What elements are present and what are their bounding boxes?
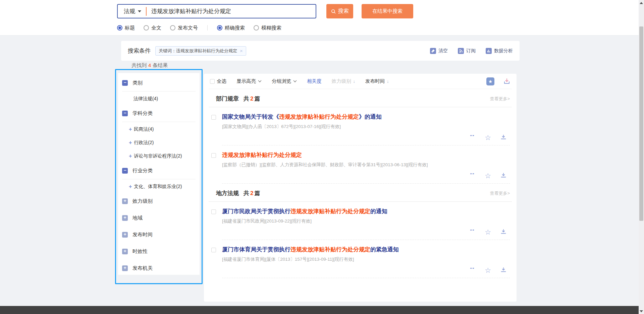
result-actions: “☆ — [222, 133, 510, 142]
cite-quote-icon[interactable]: “ — [470, 230, 475, 234]
result-title-link[interactable]: 违规发放津贴补贴行为处分规定 — [222, 151, 510, 159]
search-in-results-button[interactable]: 在结果中搜索 — [362, 4, 413, 18]
group-count-prefix: 共 — [244, 95, 249, 103]
sidebar-section-header[interactable]: +发布机关 — [122, 260, 196, 276]
result-summary: 共找到4条结果 — [131, 62, 168, 69]
expand-plus-icon[interactable]: + — [122, 265, 128, 271]
expand-plus-icon[interactable]: + — [129, 140, 132, 145]
category-select[interactable]: 法规 — [118, 7, 146, 15]
download-icon[interactable] — [500, 173, 506, 179]
expand-plus-icon[interactable]: + — [129, 153, 132, 159]
icon-glyph: + — [123, 232, 126, 237]
result-meta: [福建省厦门市民政局][2013-09-22][现行有效] — [222, 218, 510, 224]
download-icon[interactable] — [500, 134, 506, 140]
result-groups: 部门规章共2篇查看更多>国家文物局关于转发《违规发放津贴补贴行为处分规定》的通知… — [209, 89, 512, 278]
result-item: 违规发放津贴补贴行为处分规定[监察部（已撤销）][监察部、人力资源和社会保障部、… — [209, 145, 512, 184]
keyword-tag[interactable]: 关键词：违规发放津贴补贴行为处分规定 × — [155, 46, 246, 56]
expand-plus-icon[interactable]: + — [122, 249, 128, 254]
result-checkbox[interactable] — [211, 153, 216, 158]
expand-plus-icon[interactable]: + — [122, 198, 128, 204]
download-icon — [500, 229, 506, 235]
scroll-up-arrow-icon[interactable] — [640, 2, 643, 4]
sort-effect-level[interactable]: 效力级别 ↓ — [332, 78, 356, 84]
result-title-link[interactable]: 厦门市体育局关于贯彻执行违规发放津贴补贴行为处分规定的紧急通知 — [222, 246, 510, 253]
radio-indicator — [170, 25, 175, 30]
download-all-button[interactable] — [503, 78, 511, 85]
condition-action-clear-broom[interactable]: 清空 — [430, 48, 448, 54]
radio-option[interactable]: 精确搜索 — [217, 25, 245, 31]
sidebar-filter-item[interactable]: 法律法规(4) — [122, 92, 196, 106]
highlight-label: 显示高亮 — [236, 78, 256, 84]
sidebar-section-header[interactable]: +时效性 — [122, 244, 196, 259]
expand-plus-icon[interactable]: + — [122, 215, 128, 221]
search-input[interactable] — [147, 8, 316, 15]
radio-option[interactable]: 标题 — [117, 25, 135, 31]
sidebar-filter-item[interactable]: +文化、体育和娱乐业(2) — [122, 180, 196, 193]
collapse-minus-icon[interactable]: − — [122, 111, 128, 116]
radio-indicator — [254, 25, 259, 30]
expand-plus-icon[interactable]: + — [129, 184, 132, 189]
favorite-star-icon[interactable]: ☆ — [485, 229, 491, 236]
tag-close-icon[interactable]: × — [240, 48, 243, 53]
summary-suffix: 条结果 — [153, 62, 168, 68]
view-more-link[interactable]: 查看更多> — [490, 190, 510, 196]
cite-quote-icon[interactable]: “ — [470, 173, 475, 178]
select-all-checkbox[interactable] — [210, 79, 215, 84]
sort-publish-date[interactable]: 发布时间 ↓ — [365, 78, 389, 84]
sidebar-filter-item[interactable]: +诉讼与非诉讼程序法(2) — [122, 149, 196, 163]
result-checkbox[interactable] — [211, 209, 216, 214]
bar-chart-icon — [486, 48, 492, 54]
sidebar-divider — [122, 122, 196, 122]
group-name: 地方法规 — [216, 189, 239, 197]
select-all[interactable]: 全选 — [210, 78, 226, 84]
favorite-star-icon[interactable]: ☆ — [485, 267, 491, 274]
cite-quote-icon[interactable]: “ — [470, 268, 475, 272]
sidebar-section-header[interactable]: −类别 — [122, 75, 196, 90]
favorite-all-button[interactable]: ★ — [486, 77, 494, 85]
view-more-link[interactable]: 查看更多> — [490, 96, 510, 102]
sidebar-filter-item[interactable]: +行政法(2) — [122, 136, 196, 149]
sidebar-section-header[interactable]: +发布时间 — [122, 227, 196, 242]
title-text: 》的通知 — [359, 114, 382, 120]
highlight-dropdown[interactable]: 显示高亮 — [236, 78, 262, 84]
sidebar-filter-item[interactable]: +民商法(4) — [122, 123, 196, 136]
radio-option[interactable]: 发布文号 — [170, 25, 198, 31]
result-title-link[interactable]: 厦门市民政局关于贯彻执行违规发放津贴补贴行为处分规定的通知 — [222, 208, 510, 215]
radio-option[interactable]: 模糊搜索 — [254, 25, 281, 31]
download-icon — [500, 173, 506, 179]
collapse-minus-icon[interactable]: − — [122, 168, 128, 174]
result-actions: “☆ — [222, 171, 510, 180]
expand-plus-icon[interactable]: + — [129, 127, 132, 132]
favorite-star-icon[interactable]: ☆ — [485, 134, 491, 141]
group-header: 部门规章共2篇查看更多> — [209, 89, 512, 107]
sidebar-filter-label: 法律法规(4) — [133, 96, 158, 102]
sidebar-section-label: 地域 — [132, 215, 143, 221]
result-checkbox[interactable] — [211, 115, 216, 120]
collapse-minus-icon[interactable]: − — [122, 80, 128, 86]
sidebar-section-header[interactable]: −学科分类 — [122, 106, 196, 121]
group-browse-dropdown[interactable]: 分组浏览 — [272, 78, 297, 84]
result-checkbox[interactable] — [211, 248, 216, 252]
scroll-down-arrow-icon[interactable] — [640, 310, 643, 312]
sort-down-arrow-icon: ↓ — [353, 79, 356, 84]
expand-plus-icon[interactable]: + — [122, 232, 128, 238]
download-icon[interactable] — [500, 229, 506, 235]
cite-quote-icon[interactable]: “ — [470, 135, 475, 140]
download-icon[interactable] — [500, 267, 506, 273]
favorite-star-icon[interactable]: ☆ — [485, 172, 491, 179]
condition-action-rss-subscribe[interactable]: 订阅 — [458, 48, 476, 54]
sidebar-section-header[interactable]: +效力级别 — [122, 193, 196, 209]
vertical-scrollbar[interactable] — [639, 0, 644, 314]
icon-glyph: + — [123, 249, 126, 253]
sidebar-section-header[interactable]: +地域 — [122, 210, 196, 226]
sidebar-section-label: 发布机关 — [132, 265, 153, 271]
condition-action-bar-chart[interactable]: 数据分析 — [486, 48, 513, 54]
search-button-label: 搜索 — [338, 8, 349, 15]
search-button[interactable]: 搜索 — [326, 4, 353, 18]
result-title-link[interactable]: 国家文物局关于转发《违规发放津贴补贴行为处分规定》的通知 — [222, 113, 510, 121]
sort-relevance[interactable]: 相关度 — [307, 78, 322, 84]
scrollbar-thumb[interactable] — [639, 26, 643, 221]
result-group: 部门规章共2篇查看更多>国家文物局关于转发《违规发放津贴补贴行为处分规定》的通知… — [209, 89, 512, 184]
sidebar-section-header[interactable]: −行业分类 — [122, 163, 196, 178]
radio-option[interactable]: 全文 — [144, 25, 161, 31]
